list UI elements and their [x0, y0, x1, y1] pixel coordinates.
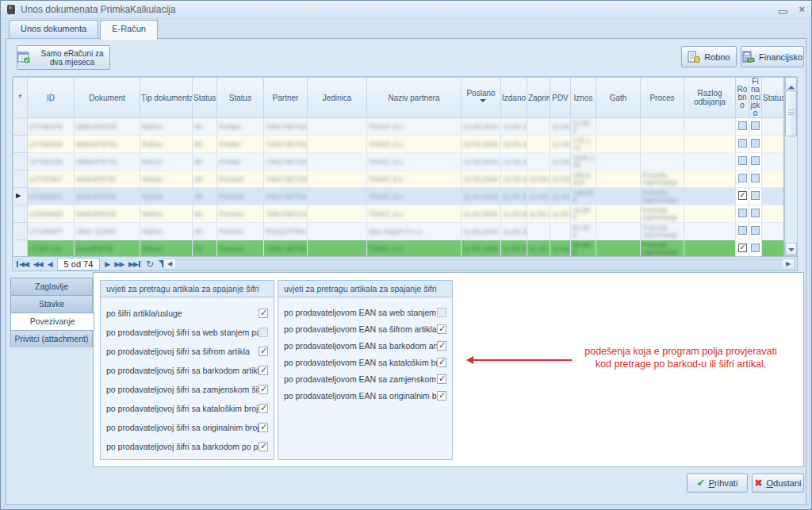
col-header-zaprimljeno[interactable]: Zaprimljeno: [527, 78, 550, 118]
scroll-right-icon[interactable]: ▶: [783, 259, 794, 269]
prihvati-button[interactable]: ✔ Prihvati: [687, 474, 748, 493]
robno-checkbox[interactable]: [738, 243, 747, 252]
grid-row-4[interactable]: U7286061 8464JP9732 Račun 40 Preuzet 748…: [13, 188, 785, 205]
robno-checkbox[interactable]: [738, 209, 747, 217]
col-header-status-1[interactable]: Status: [193, 78, 217, 118]
tab-eracun[interactable]: E-Račun: [100, 20, 158, 40]
condition-checkbox[interactable]: [437, 341, 446, 351]
col-header-partner[interactable]: Partner: [264, 78, 308, 118]
col-header-status-3[interactable]: Status: [762, 78, 785, 118]
col-header-indicator[interactable]: *: [13, 78, 28, 118]
grid-row-3[interactable]: U7737887 8032JP9732 Račun 40 Preuzet 748…: [13, 171, 785, 188]
row-selector[interactable]: [13, 171, 28, 188]
col-header-jedinica[interactable]: Jedinica: [308, 78, 367, 118]
cell-naziv-partnera: TOKIĆ d.o.: [369, 194, 404, 201]
robno-button[interactable]: Robno: [681, 46, 737, 67]
financijsko-button[interactable]: Financijsko: [741, 46, 804, 67]
col-header-financijsko[interactable]: Financijsko: [749, 78, 762, 118]
pager-next-button[interactable]: ▶: [105, 260, 109, 268]
scroll-left-icon[interactable]: ◀: [164, 259, 175, 269]
detail-tab-3[interactable]: Privitci (attachment): [10, 330, 93, 347]
row-selector[interactable]: [13, 223, 28, 240]
col-header-poslano[interactable]: Poslano: [462, 78, 501, 118]
odustani-button[interactable]: ✖ Odustani: [752, 474, 804, 493]
financijsko-checkbox[interactable]: [751, 209, 760, 217]
main-tabstrip: Unos dokumenta E-Račun: [1, 20, 811, 39]
detail-tab-1[interactable]: Stavke: [10, 295, 93, 313]
grid-row-2[interactable]: U7786128 80B6JP9732 Račun 30 Poslan 7481…: [13, 153, 785, 171]
refresh-icon[interactable]: ↻: [146, 259, 154, 270]
col-header-izdano[interactable]: Izdano: [501, 78, 527, 118]
condition-checkbox[interactable]: [437, 374, 446, 384]
condition-label: po prodavateljovom EAN sa originalnim br…: [284, 391, 437, 401]
col-header-razlog-odbijanja[interactable]: Razlog odbijanja: [684, 78, 736, 118]
financijsko-checkbox[interactable]: [751, 226, 760, 235]
grid-row-1[interactable]: U7786434 80B4JP9732 Račun 30 Poslan 7481…: [13, 136, 785, 153]
condition-checkbox[interactable]: [259, 309, 268, 318]
robno-checkbox[interactable]: [738, 121, 747, 130]
condition-checkbox[interactable]: [259, 328, 268, 337]
samo-eracuni-button[interactable]: Samo eRačuni za dva mjeseca: [17, 45, 110, 70]
row-selector[interactable]: [13, 153, 28, 171]
condition-checkbox[interactable]: [437, 358, 446, 367]
robno-checkbox[interactable]: [738, 156, 747, 165]
pager-last-button[interactable]: ▶▶: [128, 260, 141, 268]
row-selector[interactable]: [13, 136, 28, 153]
col-header-gath[interactable]: Gath: [596, 78, 641, 118]
tab-unos-dokumenta[interactable]: Unos dokumenta: [9, 20, 98, 39]
pager-prev-button[interactable]: ◀: [48, 260, 52, 268]
grid-row-5[interactable]: U7264600 8456JP9732 Račun 40 Preuzet 748…: [13, 205, 785, 223]
detail-tab-2[interactable]: Povezivanje: [10, 313, 94, 330]
cell-dokument: 80B4JP9732: [76, 141, 117, 148]
row-selector[interactable]: [13, 240, 28, 257]
col-header-iznos[interactable]: Iznos: [571, 78, 596, 118]
financijsko-checkbox[interactable]: [751, 156, 760, 165]
row-selector[interactable]: [13, 118, 28, 136]
condition-checkbox[interactable]: [259, 423, 268, 432]
pager-first-button[interactable]: ◀◀: [16, 260, 29, 268]
pager-prev-page-button[interactable]: ◀◀: [33, 260, 43, 268]
robno-checkbox[interactable]: [738, 174, 747, 182]
col-header-id[interactable]: ID: [28, 78, 75, 118]
cell-status-1: 40: [194, 211, 202, 218]
financijsko-checkbox[interactable]: [751, 139, 760, 148]
row-selector[interactable]: [13, 188, 28, 205]
condition-checkbox[interactable]: [437, 391, 446, 401]
vertical-scroll-thumb[interactable]: [785, 90, 797, 136]
col-header-pdv[interactable]: PDV: [550, 78, 571, 118]
robno-checkbox[interactable]: [738, 226, 747, 235]
col-header-tip-dokumenta[interactable]: Tip dokumenta: [140, 78, 193, 118]
scroll-down-icon[interactable]: [785, 243, 797, 255]
financijsko-checkbox[interactable]: [751, 121, 760, 130]
condition-label: po prodavateljovom EAN sa šifrom artikla: [284, 324, 437, 334]
grid-horizontal-scrollbar[interactable]: ◀ ▶: [163, 259, 795, 270]
condition-checkbox[interactable]: [259, 404, 268, 413]
financijsko-checkbox[interactable]: [751, 174, 760, 182]
col-header-proces[interactable]: Proces: [641, 78, 684, 118]
grid-row-6[interactable]: U7238207 JB02 1/1500 Račun 40 Preuzet R0…: [13, 223, 785, 240]
robno-checkbox[interactable]: [738, 139, 747, 148]
condition-checkbox[interactable]: [259, 442, 268, 451]
condition-checkbox[interactable]: [259, 347, 268, 356]
col-header-robno[interactable]: Robno: [736, 78, 749, 118]
detail-tab-0[interactable]: Zaglavlje: [10, 278, 93, 295]
condition-checkbox[interactable]: [259, 385, 268, 394]
col-header-status-2[interactable]: Status: [217, 78, 264, 118]
col-header-dokument[interactable]: Dokument: [75, 78, 140, 118]
condition-checkbox[interactable]: [259, 366, 268, 375]
row-selector[interactable]: [13, 205, 28, 223]
condition-checkbox[interactable]: [437, 324, 446, 334]
financijsko-checkbox[interactable]: [751, 243, 760, 252]
close-icon[interactable]: ×: [799, 5, 805, 14]
cell-poslano: 11.03.2024: [463, 228, 498, 236]
grid-row-7[interactable]: U7327135 84UJP9732 Račun 40 Preuzet 7481…: [13, 240, 785, 257]
minimize-icon[interactable]: [779, 10, 787, 13]
financijsko-checkbox[interactable]: [751, 191, 760, 200]
scroll-up-icon[interactable]: [785, 77, 797, 90]
grid-row-0[interactable]: U7786479 80B6JP9732 Račun 30 Poslan 7481…: [13, 118, 785, 136]
grid-vertical-scrollbar[interactable]: [784, 76, 798, 256]
condition-checkbox[interactable]: [437, 308, 446, 317]
pager-next-page-button[interactable]: ▶▶: [114, 260, 124, 268]
robno-checkbox[interactable]: [738, 191, 747, 200]
col-header-naziv-partnera[interactable]: Naziv partnera: [367, 78, 462, 118]
